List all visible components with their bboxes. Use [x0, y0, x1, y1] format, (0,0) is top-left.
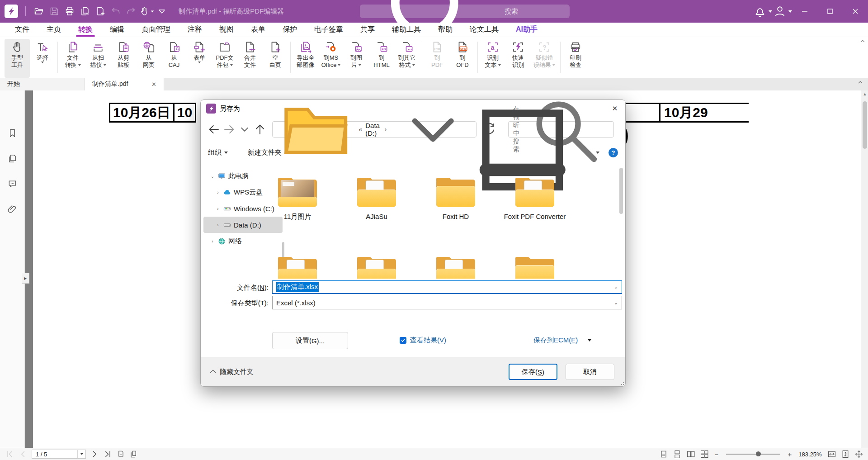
maximize-button[interactable]: [817, 0, 843, 23]
last-page-button[interactable]: [103, 450, 112, 459]
tree-chevron-icon[interactable]: ⌄: [210, 173, 215, 179]
filename-input[interactable]: 制作清单.xlsx ⌄: [272, 280, 622, 294]
account-button[interactable]: [772, 4, 788, 19]
previous-page-button[interactable]: [19, 450, 28, 459]
ribbon-tool-topic[interactable]: 到图片: [344, 39, 369, 78]
ribbon-scroll-up-icon[interactable]: [860, 39, 865, 43]
menu-共享[interactable]: 共享: [352, 23, 383, 37]
global-search-input[interactable]: 搜索: [360, 5, 570, 18]
pan-tool-icon[interactable]: [854, 450, 863, 459]
menu-文件[interactable]: 文件: [6, 23, 38, 37]
grid-scrollbar-thumb[interactable]: [619, 168, 623, 214]
ribbon-tool-toother[interactable]: …到其它格式: [394, 39, 420, 78]
redo-button[interactable]: [123, 4, 139, 19]
ribbon-tool-toofd[interactable]: OFD到OFD: [450, 39, 475, 78]
panel-comments-button[interactable]: [0, 173, 25, 194]
organize-button[interactable]: 组织: [208, 148, 228, 157]
tree-chevron-icon[interactable]: ›: [215, 206, 221, 211]
undo-button[interactable]: [108, 4, 123, 19]
settings-button[interactable]: 设置(G)...: [272, 332, 348, 349]
facing-continuous-view-button[interactable]: [700, 450, 709, 459]
menu-编辑[interactable]: 编辑: [101, 23, 133, 37]
tab-close-icon[interactable]: ✕: [151, 81, 156, 88]
breadcrumb-chevron[interactable]: ›: [385, 126, 387, 133]
fit-width-button[interactable]: [827, 450, 836, 459]
ribbon-tool-web[interactable]: 从网页: [136, 39, 161, 78]
ribbon-tool-merge[interactable]: 合并文件: [237, 39, 263, 78]
single-page-view-button[interactable]: [659, 450, 668, 459]
ribbon-tool-ocrfast[interactable]: 快速识别: [505, 39, 531, 78]
menu-视图[interactable]: 视图: [211, 23, 242, 37]
facing-view-button[interactable]: [686, 450, 695, 459]
folder-item[interactable]: Foxit PDF Converter: [499, 178, 571, 221]
vertical-scrollbar[interactable]: ▲: [861, 90, 868, 448]
ribbon-tool-ocr[interactable]: a识别文本: [480, 39, 505, 78]
cancel-button[interactable]: 取消: [566, 364, 614, 380]
page-number-input[interactable]: 1 / 5: [32, 450, 86, 459]
tree-chevron-icon[interactable]: ›: [215, 222, 221, 228]
ribbon-tool-clipboard[interactable]: 从剪贴板: [111, 39, 136, 78]
ribbon-tool-msoffice[interactable]: 到MSOffice: [318, 39, 344, 78]
zoom-level[interactable]: 183.25%: [797, 451, 823, 458]
hand-tool-button[interactable]: [139, 4, 154, 19]
tree-chevron-icon[interactable]: ›: [215, 190, 221, 195]
folder-item[interactable]: Foxit HD: [420, 178, 492, 221]
panel-pages-button[interactable]: [0, 147, 25, 169]
ribbon-tool-tohtml[interactable]: </>到HTML: [369, 39, 394, 78]
zoom-slider[interactable]: [726, 454, 780, 455]
help-button[interactable]: ?: [609, 148, 618, 157]
ribbon-tool-blank[interactable]: 空白页: [263, 39, 288, 78]
panel-bookmarks-button[interactable]: [0, 122, 25, 144]
continuous-view-button[interactable]: [673, 450, 682, 459]
menu-电子签章[interactable]: 电子签章: [306, 23, 352, 37]
scroll-up-icon[interactable]: ▲: [861, 90, 868, 98]
forward-button[interactable]: [222, 123, 236, 136]
open-folder-button[interactable]: [31, 4, 47, 19]
tab-开始[interactable]: 开始: [0, 78, 85, 90]
recent-locations-chevron-icon[interactable]: [238, 123, 251, 136]
resize-grip[interactable]: [620, 381, 624, 385]
ribbon-tool-hand[interactable]: 手型工具: [5, 39, 30, 78]
menu-保护[interactable]: 保护: [274, 23, 306, 37]
back-button[interactable]: [207, 123, 221, 136]
zoom-slider-knob[interactable]: [756, 451, 761, 456]
menu-注释[interactable]: 注释: [179, 23, 211, 37]
page-dropdown-icon[interactable]: [77, 450, 85, 458]
checkbox-checked-icon[interactable]: [400, 337, 406, 344]
toolbar-options-button[interactable]: [154, 4, 170, 19]
menu-AI助手[interactable]: AI助手: [507, 23, 546, 37]
ribbon-tool-caj[interactable]: C从CAJ: [161, 39, 187, 78]
ribbon-tool-form[interactable]: 表单: [187, 39, 212, 78]
clipboard-page-icon[interactable]: [129, 450, 138, 459]
close-button[interactable]: [843, 0, 868, 23]
ribbon-tool-select[interactable]: 选择: [30, 39, 55, 78]
tab-制作清单.pdf[interactable]: 制作清单.pdf✕: [85, 78, 164, 90]
panel-expand-button[interactable]: ▶: [22, 273, 29, 284]
folder-item-partial[interactable]: [261, 257, 334, 279]
fit-page-button[interactable]: [841, 450, 850, 459]
hide-folders-button[interactable]: 隐藏文件夹: [212, 368, 254, 376]
menu-论文工具[interactable]: 论文工具: [461, 23, 507, 37]
new-folder-button[interactable]: 新建文件夹: [248, 148, 282, 157]
folder-item[interactable]: AJiaSu: [340, 178, 413, 221]
breadcrumb-prefix[interactable]: «: [359, 126, 362, 133]
menu-辅助工具[interactable]: 辅助工具: [383, 23, 429, 37]
filetype-dropdown-icon[interactable]: ⌄: [614, 300, 618, 306]
save-button[interactable]: [47, 4, 62, 19]
tree-chevron-icon[interactable]: ›: [210, 238, 215, 244]
scrollbar-thumb[interactable]: [863, 101, 867, 149]
ribbon-tool-package[interactable]: PDF文件包: [212, 39, 237, 78]
notifications-button[interactable]: [752, 4, 768, 19]
ribbon-tool-topdf[interactable]: PDF到PDF: [425, 39, 450, 78]
add-page-button[interactable]: [93, 4, 108, 19]
folder-item-partial[interactable]: [340, 257, 413, 279]
ribbon-tool-exportimg[interactable]: 导出全部图像: [293, 39, 318, 78]
ribbon-tool-ocrq[interactable]: ?疑似错误结果: [531, 39, 558, 78]
next-page-button[interactable]: [90, 450, 99, 459]
view-results-checkbox[interactable]: 查看结果(V): [400, 336, 446, 345]
zoom-out-button[interactable]: −: [713, 451, 720, 458]
menu-表单[interactable]: 表单: [242, 23, 274, 37]
menu-帮助[interactable]: 帮助: [429, 23, 461, 37]
snapshot-icon[interactable]: [116, 450, 125, 459]
tree-item-网络[interactable]: ›网络: [203, 233, 283, 249]
